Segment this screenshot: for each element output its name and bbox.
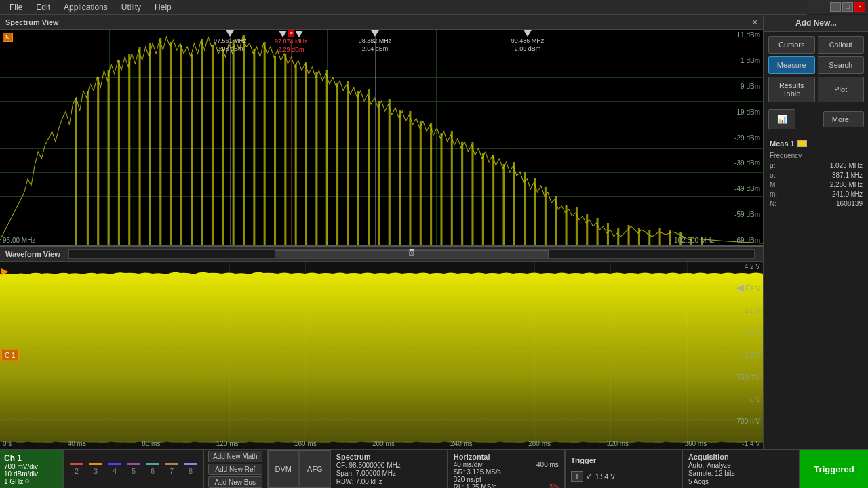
results-table-button[interactable]: Results Table <box>768 77 815 102</box>
y-label-5: -29 dBm <box>734 134 760 142</box>
spectrum-info[interactable]: Spectrum CF: 98.5000000 MHz Span: 7.0000… <box>331 450 448 488</box>
triggered-button[interactable]: Triggered <box>800 450 868 488</box>
y-label-4: -19 dBm <box>734 108 760 116</box>
svg-rect-33 <box>420 121 422 245</box>
spectrum-view-title: Spectrum View <box>5 18 59 26</box>
ch1-info[interactable]: Ch 1 700 mV/div 10 dBm/div 1 GHz ⚙ <box>0 450 64 488</box>
ch1-pos-marker: ▶ <box>1 266 9 277</box>
add-new-ref-button[interactable]: Add New Ref <box>208 464 262 475</box>
svg-rect-35 <box>440 133 442 245</box>
marker-4: 99.436 MHz 2.09 dBm <box>511 30 545 53</box>
spectrum-close-icon[interactable]: × <box>752 17 757 27</box>
dvm-button[interactable]: DVM <box>268 450 300 488</box>
meas1-n-row: N: 1608139 <box>770 200 863 207</box>
acquisition-mode: Auto, Analyze <box>688 462 793 469</box>
svg-rect-7 <box>149 43 151 245</box>
minimize-button[interactable]: — <box>830 2 841 12</box>
spectrum-info-cf: CF: 98.5000000 MHz <box>336 462 441 469</box>
svg-rect-3 <box>108 70 110 245</box>
right-panel: Add New... Cursors Callout Measure Searc… <box>763 15 868 449</box>
svg-rect-2 <box>97 77 99 245</box>
meas1-sigma-row: σ: 387.1 kHz <box>770 171 863 179</box>
wf-x-7: 280 ms <box>528 440 551 447</box>
svg-rect-8 <box>159 38 161 245</box>
wf-x-3: 120 ms <box>216 440 239 447</box>
svg-rect-12 <box>201 39 203 245</box>
search-button[interactable]: Search <box>818 56 865 74</box>
svg-rect-30 <box>389 99 391 245</box>
meas1-title: Meas 1 <box>770 140 795 148</box>
menu-utility[interactable]: Utility <box>115 1 148 14</box>
ch2-button[interactable]: 2 <box>67 453 86 485</box>
svg-rect-6 <box>139 47 141 245</box>
svg-rect-20 <box>284 54 286 245</box>
meas1-color-indicator <box>797 140 807 147</box>
add-new-bus-button[interactable]: Add New Bus <box>208 476 262 488</box>
ch4-button[interactable]: 4 <box>105 453 124 485</box>
wf-x-9: 360 ms <box>684 440 707 447</box>
maximize-button[interactable]: □ <box>842 2 853 12</box>
trigger-voltage: 1.54 V <box>595 473 615 481</box>
spectrum-icon-button[interactable]: 📊 <box>768 109 795 129</box>
trigger-info[interactable]: Trigger 1 ✓ 1.54 V <box>566 450 683 488</box>
wf-y-6: 0 V <box>734 396 760 403</box>
wf-x-6: 240 ms <box>450 440 473 447</box>
ch3-button[interactable]: 3 <box>86 453 105 485</box>
svg-rect-19 <box>274 56 276 245</box>
add-new-math-button[interactable]: Add New Math <box>208 451 262 462</box>
menu-help[interactable]: Help <box>148 1 178 14</box>
callout-button[interactable]: Callout <box>818 36 865 54</box>
cursors-button[interactable]: Cursors <box>768 36 815 54</box>
svg-rect-42 <box>513 162 515 245</box>
trigger-check-icon: ✓ <box>586 472 593 481</box>
right-panel-buttons: Cursors Callout Measure Search Results T… <box>764 32 868 106</box>
meas1-max-val: 2.280 MHz <box>830 181 863 188</box>
y-label-1: 11 dBm <box>734 31 760 39</box>
ch7-button[interactable]: 7 <box>162 453 181 485</box>
ch6-button[interactable]: 6 <box>143 453 162 485</box>
horizontal-info[interactable]: Horizontal 40 ms/div 400 ms SR: 3.125 MS… <box>448 450 566 488</box>
ch8-button[interactable]: 8 <box>181 453 200 485</box>
menu-edit[interactable]: Edit <box>29 1 57 14</box>
svg-rect-16 <box>243 35 245 245</box>
wf-x-4: 160 ms <box>294 440 317 447</box>
menu-applications[interactable]: Applications <box>57 1 115 14</box>
meas1-max-row: M: 2.280 MHz <box>770 181 863 188</box>
measure-button[interactable]: Measure <box>768 56 815 74</box>
right-panel-header: Add New... <box>764 15 868 32</box>
more-button[interactable]: More... <box>823 111 864 127</box>
svg-rect-23 <box>315 72 317 245</box>
y-axis-labels: 11 dBm 1 dBm -9 dBm -19 dBm -29 dBm -39 … <box>734 30 760 245</box>
svg-rect-37 <box>461 142 463 245</box>
measurements-panel: Meas 1 Frequency μ: 1.023 MHz σ: 387.1 k… <box>764 136 868 449</box>
meas1-mu-row: μ: 1.023 MHz <box>770 162 863 169</box>
y-label-6: -39 dBm <box>734 159 760 167</box>
trigger-pos-marker: ◀ <box>736 282 744 293</box>
wf-x-labels: 0 s 40 ms 80 ms 120 ms 160 ms 200 ms 240… <box>0 440 709 447</box>
meas1-sigma-val: 387.1 kHz <box>832 171 863 179</box>
plot-button[interactable]: Plot <box>818 77 865 102</box>
svg-rect-31 <box>399 110 401 245</box>
spectrum-view-header: Spectrum View × <box>0 15 763 30</box>
wf-x-2: 80 ms <box>142 440 160 447</box>
meas1-n-val: 1608139 <box>836 200 863 207</box>
marker-3: 98.382 MHz 2.04 dBm <box>359 30 392 53</box>
spectrum-info-rbw: RBW: 7.00 kHz <box>336 478 441 485</box>
acquisition-info[interactable]: Acquisition Auto, Analyze Sample: 12 bit… <box>683 450 800 488</box>
meas1-type: Frequency <box>770 152 863 159</box>
close-button[interactable]: × <box>854 2 865 12</box>
trigger-row: 1 ✓ 1.54 V <box>571 471 676 482</box>
meas1-min-row: m: 241.0 kHz <box>770 190 863 198</box>
trigger-title: Trigger <box>571 456 676 464</box>
channel-buttons: 2 3 4 5 6 7 8 <box>64 450 204 488</box>
ch5-button[interactable]: 5 <box>124 453 143 485</box>
svg-rect-9 <box>170 42 172 245</box>
spectrum-info-title: Spectrum <box>336 453 441 461</box>
waveform-scrollbar[interactable]: 0 <box>68 249 755 259</box>
wf-y-8: -1.4 V <box>734 440 760 447</box>
acquisition-title: Acquisition <box>688 453 793 461</box>
menu-file[interactable]: File <box>3 1 29 14</box>
meas1-n-key: N: <box>770 200 776 207</box>
afg-button[interactable]: AFG <box>300 450 331 488</box>
trigger-ch-num: 1 <box>571 471 583 482</box>
